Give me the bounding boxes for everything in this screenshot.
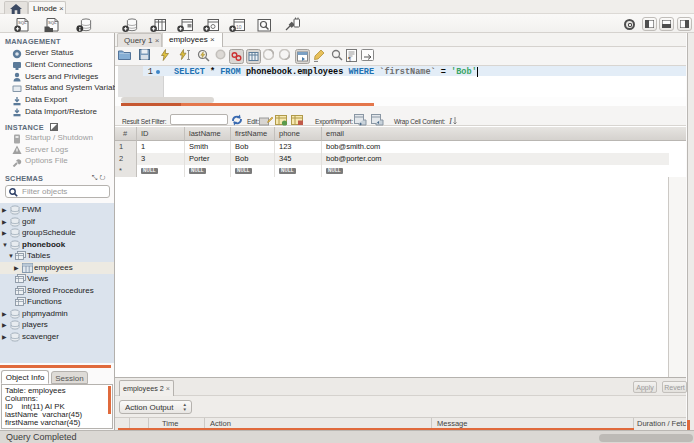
- svg-text:¶: ¶: [348, 56, 351, 62]
- svg-text:10: 10: [236, 24, 242, 30]
- svg-text:SQL: SQL: [18, 20, 27, 25]
- svg-text:SQL: SQL: [48, 20, 57, 25]
- svg-text:I: I: [449, 116, 453, 126]
